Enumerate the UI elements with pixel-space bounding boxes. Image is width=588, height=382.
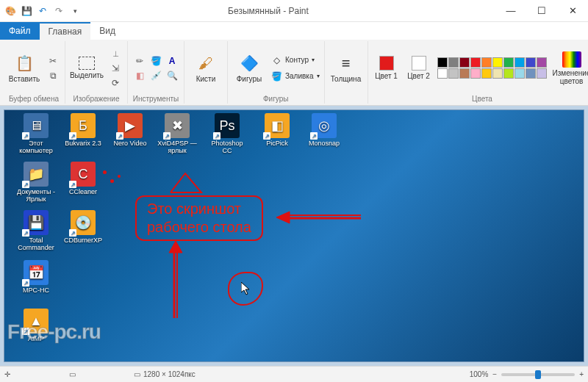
shapes-icon: 🔷 [239, 53, 259, 73]
fill-button[interactable]: 🪣Заливка▾ [270, 71, 320, 82]
zoom-in-button[interactable]: + [579, 370, 584, 378]
app-icon: 🎨 [4, 5, 16, 17]
workspace: 🖥↗Этот компьютерБ↗Bukvarix 2.3▶↗Nero Vid… [0, 106, 588, 366]
desktop-icon: ▶↗Nero Video [109, 113, 151, 147]
copy-icon[interactable]: ⧉ [46, 69, 60, 82]
cut-icon[interactable]: ✂ [46, 54, 60, 68]
palette-swatch[interactable] [470, 57, 481, 68]
desktop-icon-label: Nero Video [109, 140, 151, 147]
desktop-icon-label: CCleaner [62, 188, 104, 195]
palette-swatch[interactable] [459, 68, 470, 79]
desktop-icon-label: Документы - Ярлык [15, 188, 57, 203]
desktop-icon-label: Этот компьютер [15, 140, 57, 154]
palette-swatch[interactable] [470, 68, 481, 79]
palette-swatch[interactable] [503, 57, 514, 68]
palette-swatch[interactable] [514, 68, 525, 79]
group-image: Выделить ⟂ ⇲ ⟳ Изображение [65, 41, 128, 104]
desktop-icon: ◎↗Monosnap [303, 113, 345, 147]
zoom-out-button[interactable]: − [492, 370, 497, 378]
annotation-arrow-up [165, 241, 187, 322]
size-button[interactable]: ≡ Толщина [329, 46, 363, 91]
brush-icon: 🖌 [196, 53, 216, 73]
group-label-clipboard: Буфер обмена [9, 95, 59, 104]
tab-home[interactable]: Главная [40, 22, 91, 40]
magnifier-icon[interactable]: 🔍 [165, 69, 179, 82]
desktop-screenshot: 🖥↗Этот компьютерБ↗Bukvarix 2.3▶↗Nero Vid… [4, 110, 584, 361]
status-selection: ▭ [69, 370, 121, 378]
group-size: ≡ Толщина . [325, 41, 368, 104]
desktop-icon-label: XviD4PSP — ярлык [156, 140, 198, 154]
redo-icon[interactable]: ↷ [53, 5, 65, 17]
outline-button[interactable]: ◇Контур▾ [270, 54, 320, 66]
qat-menu-icon[interactable]: ▾ [69, 5, 81, 17]
group-label-colors: Цвета [472, 95, 492, 104]
group-tools: ✏ 🪣 A ◧ 💉 🔍 Инструменты [128, 41, 184, 104]
eraser-icon[interactable]: ◧ [132, 69, 147, 82]
palette-swatch[interactable] [492, 68, 503, 79]
text-icon[interactable]: A [165, 54, 179, 68]
palette-swatch[interactable] [459, 57, 470, 68]
group-label-image: Изображение [74, 95, 120, 104]
palette-swatch[interactable] [537, 68, 547, 79]
palette-swatch[interactable] [437, 57, 448, 68]
paste-button[interactable]: 📋 Вставить [7, 46, 41, 91]
canvas[interactable]: 🖥↗Этот компьютерБ↗Bukvarix 2.3▶↗Nero Vid… [4, 110, 584, 361]
size-icon: ▭ [134, 370, 140, 378]
svg-marker-6 [241, 282, 249, 295]
tab-file[interactable]: Файл [0, 22, 40, 40]
palette-swatch[interactable] [514, 57, 525, 68]
minimize-button[interactable]: — [495, 0, 526, 22]
desktop-icon: 💾↗Total Commander [15, 210, 57, 251]
paste-icon: 📋 [14, 53, 35, 73]
fill-icon[interactable]: 🪣 [148, 54, 163, 68]
size-icon: ≡ [336, 53, 356, 73]
rotate-icon[interactable]: ⟳ [108, 76, 123, 90]
svg-marker-5 [169, 241, 182, 253]
palette-swatch[interactable] [526, 57, 536, 68]
select-button[interactable]: Выделить [70, 46, 104, 91]
palette-swatch[interactable] [437, 68, 448, 79]
picker-icon[interactable]: 💉 [148, 69, 163, 82]
tab-view[interactable]: Вид [90, 22, 124, 40]
color-palette [437, 57, 547, 79]
svg-marker-2 [276, 212, 290, 223]
pencil-icon[interactable]: ✏ [132, 54, 147, 68]
color1-button[interactable]: Цвет 1 [373, 46, 401, 91]
palette-swatch[interactable] [448, 68, 459, 79]
outline-icon: ◇ [270, 54, 282, 66]
annotation-box: Это скриншот рабочего стола [135, 195, 263, 241]
desktop-icon-label: PicPick [256, 140, 298, 147]
desktop-icon: ◧↗PicPick [256, 113, 298, 147]
crop-icon[interactable]: ⟂ [108, 47, 123, 60]
save-icon[interactable]: 💾 [21, 5, 32, 17]
desktop-icon-label: MPC-HC [15, 286, 57, 294]
annotation-triangle [168, 170, 204, 195]
palette-swatch[interactable] [503, 68, 514, 79]
palette-swatch[interactable] [481, 57, 492, 68]
cursor-icon [241, 282, 250, 295]
undo-icon[interactable]: ↶ [37, 5, 49, 17]
palette-swatch[interactable] [481, 68, 492, 79]
maximize-button[interactable]: ☐ [526, 0, 557, 22]
status-bar: ✛ ▭ ▭1280 × 1024пкс 100% − + [0, 366, 588, 382]
status-cursor: ✛ [4, 370, 56, 378]
brushes-button[interactable]: 🖌 Кисти [189, 46, 223, 91]
shapes-button[interactable]: 🔷 Фигуры [232, 46, 266, 91]
crosshair-icon: ✛ [4, 370, 10, 378]
color2-button[interactable]: Цвет 2 [405, 46, 433, 91]
close-button[interactable]: ✕ [557, 0, 588, 22]
edit-colors-button[interactable]: Изменение цветов [551, 46, 589, 91]
palette-swatch[interactable] [492, 57, 503, 68]
desktop-icon: C↗CCleaner [62, 162, 104, 195]
ribbon: 📋 Вставить ✂ ⧉ Буфер обмена Выделить ⟂ ⇲… [0, 40, 588, 106]
palette-swatch[interactable] [526, 68, 536, 79]
resize-icon[interactable]: ⇲ [108, 62, 123, 75]
palette-swatch[interactable] [448, 57, 459, 68]
edit-colors-icon [562, 51, 581, 68]
zoom-slider[interactable] [501, 373, 575, 376]
desktop-icon-label: AIMP [15, 335, 57, 342]
desktop-icon: 📁↗Документы - Ярлык [15, 162, 57, 203]
zoom-controls: 100% − + [470, 370, 584, 378]
desktop-icon: Б↗Bukvarix 2.3 [62, 113, 104, 147]
palette-swatch[interactable] [537, 57, 547, 68]
